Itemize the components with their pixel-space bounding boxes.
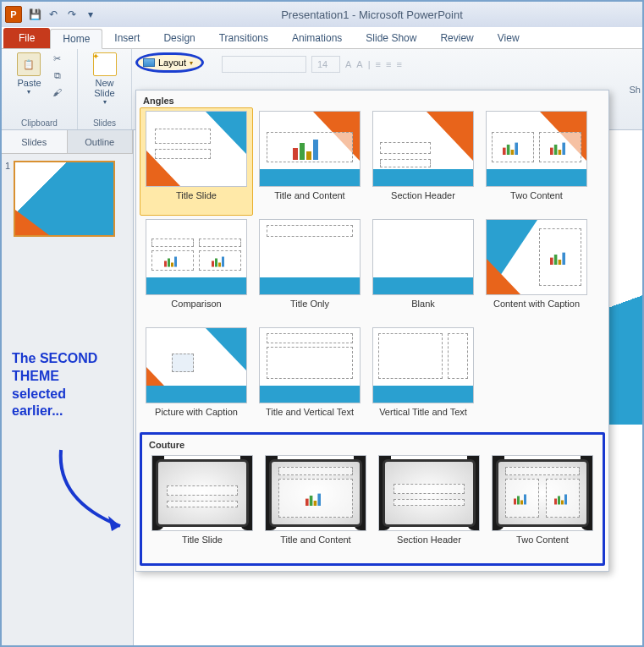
layout-item-label: Title and Content	[262, 535, 369, 557]
slide-thumbnail-1[interactable]	[14, 161, 115, 237]
tab-review[interactable]: Review	[428, 28, 485, 48]
pane-tabs: Slides Outline	[2, 130, 133, 154]
font-name-box	[222, 56, 306, 73]
layout-item-label: Picture with Caption	[143, 407, 250, 429]
tab-design[interactable]: Design	[151, 28, 206, 48]
layout-item-label: Title and Vertical Text	[256, 407, 363, 429]
layout-item-label: Two Content	[489, 535, 596, 557]
disabled-font-controls: 14 AA|≡≡≡	[222, 56, 617, 73]
slide-canvas-edge	[608, 222, 642, 425]
app-icon: P	[5, 6, 22, 23]
layout-item-label: Title and Content	[256, 190, 363, 212]
new-slide-label: New Slide	[94, 78, 114, 98]
slide-thumbnail-row[interactable]: 1	[2, 154, 133, 244]
paste-icon: 📋	[17, 52, 41, 76]
layout-icon	[143, 58, 155, 67]
layout-item-label: Blank	[370, 299, 476, 321]
tab-animations[interactable]: Animations	[280, 28, 354, 48]
layout-item-label: Content with Caption	[483, 299, 590, 321]
layout-dropdown: Angles Title Slide Title and Content Sec…	[135, 90, 609, 572]
shapes-hint: Sh	[630, 85, 641, 95]
new-slide-icon: ✦	[93, 52, 117, 76]
qat-more-button[interactable]: ▾	[83, 7, 98, 22]
layout-item-picture-caption[interactable]: Picture with Caption	[140, 324, 253, 432]
tab-home[interactable]: Home	[50, 29, 102, 49]
tab-slideshow[interactable]: Slide Show	[354, 28, 428, 48]
font-size-box: 14	[311, 56, 340, 73]
layout-grid-angles: Title Slide Title and Content Section He…	[136, 107, 608, 432]
annotation-arrow-icon	[52, 441, 146, 543]
pane-tab-slides[interactable]: Slides	[2, 130, 68, 153]
format-painter-button[interactable]: 🖌	[50, 85, 65, 100]
copy-button[interactable]: ⧉	[50, 68, 65, 83]
layout-button[interactable]: Layout ▾	[135, 52, 204, 73]
layout-item-content-caption[interactable]: Content with Caption	[480, 216, 593, 324]
redo-button[interactable]: ↷	[64, 7, 80, 22]
layout-item-comparison[interactable]: Comparison	[140, 216, 253, 324]
chevron-down-icon: ▾	[190, 59, 193, 67]
layout-item-label: Title Slide	[143, 190, 250, 212]
tab-transitions[interactable]: Transitions	[207, 28, 280, 48]
ribbon-tabs: File Home Insert Design Transitions Anim…	[2, 27, 642, 49]
layout-item-blank[interactable]: Blank	[366, 216, 480, 324]
layout-item-vertical-title-text[interactable]: Vertical Title and Text	[366, 324, 480, 432]
pane-tab-outline[interactable]: Outline	[68, 130, 134, 153]
window-title: Presentation1 - Microsoft PowerPoint	[105, 8, 639, 21]
layout-group-couture: Couture	[142, 435, 603, 452]
layout-item-title-vertical-text[interactable]: Title and Vertical Text	[253, 324, 366, 432]
layout-item-section-header[interactable]: Section Header	[366, 107, 480, 216]
layout-item-title-only[interactable]: Title Only	[253, 216, 366, 324]
undo-button[interactable]: ↶	[46, 7, 61, 22]
layout-item-label: Section Header	[370, 190, 476, 212]
paste-label: Paste	[17, 78, 41, 88]
layout-item-title-content[interactable]: Title and Content	[253, 107, 366, 216]
slides-group-label: Slides	[78, 118, 131, 128]
annotation-text: The SECOND THEME selected earlier...	[12, 350, 113, 420]
layout-item-couture-two-content[interactable]: Two Content	[486, 452, 599, 560]
couture-highlight-box: Couture Title Slide Title and Content Se…	[140, 432, 605, 566]
quick-access-toolbar: 💾 ↶ ↷ ▾	[27, 7, 98, 22]
cut-button[interactable]: ✂	[50, 51, 65, 66]
title-bar: P 💾 ↶ ↷ ▾ Presentation1 - Microsoft Powe…	[2, 2, 642, 27]
layout-item-label: Two Content	[483, 190, 590, 212]
tab-file[interactable]: File	[3, 28, 50, 48]
layout-item-title-slide[interactable]: Title Slide	[140, 107, 253, 216]
paste-button[interactable]: 📋 Paste ▾	[14, 51, 44, 113]
layout-group-angles: Angles	[136, 90, 608, 107]
layout-item-label: Title Slide	[149, 535, 256, 557]
slide-number: 1	[5, 161, 10, 171]
ribbon-group-slides: ✦ New Slide ▾ Slides	[78, 49, 132, 129]
layout-item-couture-title-slide[interactable]: Title Slide	[146, 452, 259, 560]
ribbon-group-clipboard: 📋 Paste ▾ ✂ ⧉ 🖌 Clipboard	[2, 49, 78, 129]
layout-grid-couture: Title Slide Title and Content Section He…	[142, 452, 603, 560]
save-button[interactable]: 💾	[27, 7, 42, 22]
layout-item-two-content[interactable]: Two Content	[480, 107, 593, 216]
layout-item-label: Section Header	[376, 535, 482, 557]
tab-view[interactable]: View	[486, 28, 531, 48]
layout-item-label: Comparison	[143, 299, 250, 321]
layout-item-couture-title-content[interactable]: Title and Content	[259, 452, 372, 560]
layout-item-label: Title Only	[256, 299, 363, 321]
clipboard-group-label: Clipboard	[2, 118, 77, 128]
layout-item-label: Vertical Title and Text	[370, 407, 476, 429]
layout-label: Layout	[158, 58, 186, 68]
layout-item-couture-section-header[interactable]: Section Header	[372, 452, 486, 560]
new-slide-button[interactable]: ✦ New Slide ▾	[90, 51, 120, 113]
tab-insert[interactable]: Insert	[102, 28, 151, 48]
